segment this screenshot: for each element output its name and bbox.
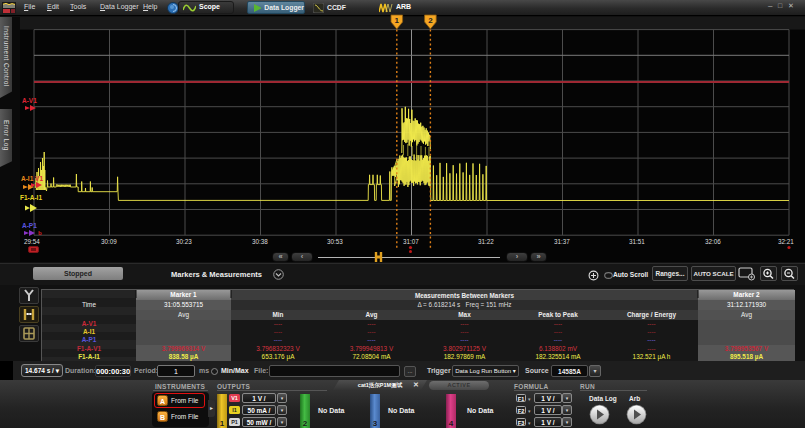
svg-text:2: 2 — [428, 16, 433, 25]
svg-text:1: 1 — [395, 16, 400, 25]
